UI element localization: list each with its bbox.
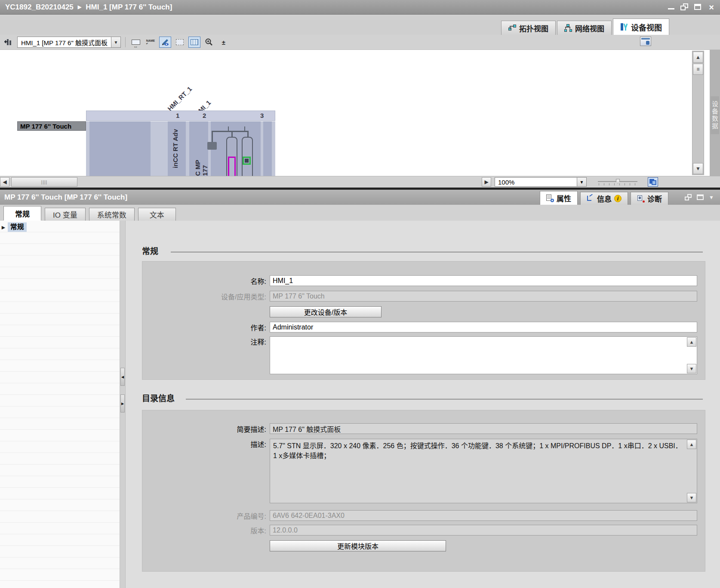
name-input[interactable]: [270, 275, 697, 286]
description-text: 5.7" STN 显示屏．320 x 240 像素．256 色；按键式操作．36…: [273, 442, 682, 459]
scroll-right-icon[interactable]: ▶: [482, 177, 491, 187]
tab-texts[interactable]: 文本: [138, 208, 176, 221]
tab-device-view[interactable]: 设备视图: [613, 18, 669, 35]
device-view-canvas[interactable]: HMI_RT_1 HMI_1 1 2 3 TOUCH inCC RT Adv C…: [0, 50, 710, 176]
hmi-device-module[interactable]: TOUCH: [89, 121, 151, 176]
fit-to-window-icon[interactable]: [648, 177, 658, 187]
overview-icon[interactable]: ≡: [693, 64, 703, 75]
window-title-bar: YC1892_B20210425 ▶ HMI_1 [MP 177 6'' Tou…: [0, 0, 720, 15]
comment-scroll-down-icon[interactable]: ▼: [687, 364, 696, 373]
window-controls: ×: [668, 3, 716, 11]
maximize-icon[interactable]: [694, 4, 701, 10]
info-badge-icon: i: [614, 195, 622, 202]
slot-number-1: 1: [176, 112, 179, 119]
show-labels-button[interactable]: NAME⤶: [145, 37, 157, 48]
rack-module-row: TOUCH inCC RT Adv C MP 177: [86, 121, 275, 176]
inspector-body: ▶ 常规 ◀ ▶ 常规 名称: 设备/应用类型: 更改设备/版本 作者:: [0, 221, 720, 588]
go-online-icon[interactable]: [3, 37, 15, 48]
runtime-module-text: inCC RT Adv: [172, 129, 179, 168]
save-layout-button[interactable]: ±: [218, 37, 230, 48]
port-tick-1: [228, 126, 229, 131]
splitter-collapse-left-icon[interactable]: ◀: [120, 368, 125, 386]
dashed-grid-icon: [176, 39, 184, 45]
canvas-vertical-scrollbar[interactable]: ▲ ≡ ▼: [692, 51, 704, 175]
device-selector-value: HMI_1 [MP 177 6" 触摸式面板: [18, 38, 111, 47]
show-addresses-button[interactable]: [174, 37, 186, 48]
name-label: 名称:: [142, 276, 270, 286]
show-module-widths-button[interactable]: [130, 37, 142, 48]
breadcrumb-device[interactable]: HMI_1 [MP 177 6'' Touch]: [86, 3, 172, 12]
scroll-left-icon[interactable]: ◀: [0, 177, 9, 187]
tab-network-view[interactable]: 网络视图: [557, 21, 612, 35]
property-nav-pane[interactable]: ▶ 常规: [0, 221, 120, 588]
inspector-collapse-icon[interactable]: ▼: [709, 194, 714, 200]
comment-label: 注释:: [142, 336, 270, 347]
split-editor-icon[interactable]: [640, 37, 651, 46]
canvas-bottom-bar: ◀ |||| ▶ 100% ▼: [0, 176, 720, 188]
tab-info[interactable]: 信息 i: [580, 192, 628, 205]
zoom-slider[interactable]: [598, 179, 637, 186]
tab-diagnostics[interactable]: 诊断: [631, 192, 668, 205]
info-arrow-icon: [587, 195, 594, 203]
table-columns-icon: [191, 39, 198, 45]
nav-form-splitter[interactable]: ◀ ▶: [120, 221, 126, 588]
zoom-level-value: 100%: [495, 179, 577, 186]
property-tab-bar: 常规 IO 变量 系统常数 文本: [0, 205, 720, 221]
download-icon: ±: [222, 39, 225, 46]
scroll-up-icon[interactable]: ▲: [693, 52, 703, 63]
comment-textarea[interactable]: ▲ ▼: [270, 336, 697, 374]
property-form: 常规 名称: 设备/应用类型: 更改设备/版本 作者: 注释:: [126, 221, 720, 588]
author-label: 作者:: [142, 322, 270, 332]
selected-device-tag[interactable]: MP 177 6'' Touch: [17, 121, 86, 131]
zoom-level-dropdown[interactable]: 100% ▼: [495, 177, 587, 187]
tab-topology-view[interactable]: 拓扑视图: [501, 21, 556, 35]
author-input[interactable]: [270, 322, 697, 332]
nav-item-general[interactable]: ▶ 常规: [2, 222, 27, 232]
device-icon: [620, 23, 628, 31]
short-description-label: 简要描述:: [142, 424, 270, 434]
tab-general[interactable]: 常规: [3, 206, 41, 221]
horizontal-scroll-thumb[interactable]: ||||: [11, 177, 77, 187]
tab-system-constants[interactable]: 系统常数: [89, 208, 135, 221]
breadcrumb-project[interactable]: YC1892_B20210425: [5, 3, 74, 12]
inspector-restore-icon[interactable]: [685, 194, 692, 200]
minimize-icon[interactable]: [668, 4, 674, 9]
splitter-collapse-right-icon[interactable]: ▶: [120, 394, 125, 413]
device-type-input: [270, 291, 697, 302]
order-number-input: [270, 510, 697, 521]
ethernet-port-highlight: [243, 157, 251, 165]
description-box[interactable]: 5.7" STN 显示屏．320 x 240 像素．256 色；按键式操作．36…: [270, 439, 697, 503]
tab-properties[interactable]: 属性: [540, 191, 578, 205]
close-icon[interactable]: ×: [707, 3, 716, 11]
tab-device-data[interactable]: 设备数据: [711, 96, 719, 134]
expand-arrow-icon[interactable]: ▶: [2, 225, 5, 230]
zoom-tool-button[interactable]: [203, 37, 215, 48]
dropdown-arrow-icon[interactable]: ▼: [111, 37, 120, 47]
description-scroll-up-icon[interactable]: ▲: [687, 440, 696, 449]
comment-scroll-up-icon[interactable]: ▲: [687, 337, 696, 347]
update-module-version-button[interactable]: 更新模块版本: [270, 540, 446, 551]
scroll-down-icon[interactable]: ▼: [693, 163, 703, 174]
description-scroll-down-icon[interactable]: ▼: [687, 493, 696, 502]
inspector-list-icon[interactable]: [697, 194, 704, 200]
highlight-io-button[interactable]: [159, 37, 171, 48]
device-type-label: 设备/应用类型:: [142, 291, 270, 302]
zoom-dropdown-arrow-icon[interactable]: ▼: [577, 178, 586, 186]
change-device-version-button[interactable]: 更改设备/版本: [270, 306, 382, 317]
rack-width-icon: [132, 40, 140, 45]
rack-slot-header: 1 2 3: [86, 111, 275, 121]
device-module[interactable]: C MP 177: [189, 121, 208, 176]
topology-icon: [508, 24, 516, 32]
properties-icon: [546, 194, 554, 202]
runtime-object-label[interactable]: HMI_RT_1: [166, 85, 193, 112]
device-selector-dropdown[interactable]: HMI_1 [MP 177 6" 触摸式面板 ▼: [17, 37, 121, 48]
tab-io-tags[interactable]: IO 变量: [45, 208, 86, 221]
short-description-input: [270, 423, 697, 434]
rack-arrow-icon: [4, 38, 13, 46]
port-tick-2: [244, 126, 245, 131]
restore-icon[interactable]: [680, 3, 688, 10]
empty-module: [263, 121, 272, 176]
general-section-box: 名称: 设备/应用类型: 更改设备/版本 作者: 注释: ▲ ▼: [142, 261, 705, 380]
show-table-button[interactable]: [188, 37, 200, 48]
runtime-module[interactable]: inCC RT Adv: [168, 121, 186, 176]
